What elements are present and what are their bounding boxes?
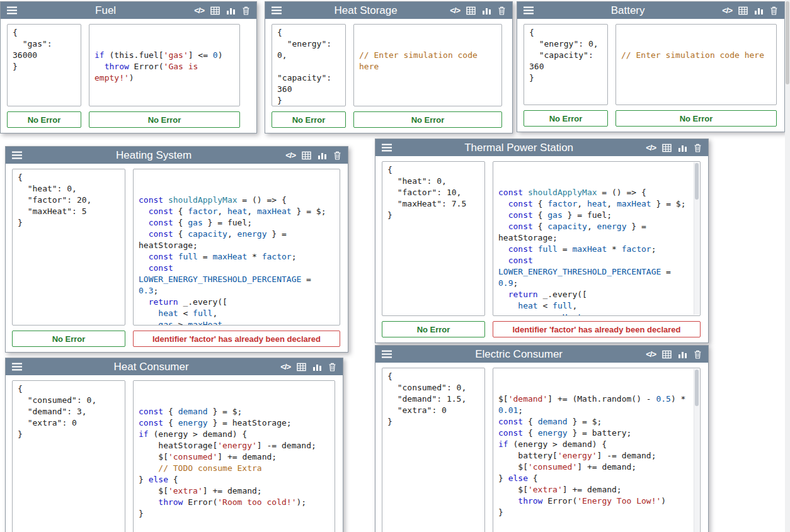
- table-view-icon[interactable]: [738, 6, 748, 15]
- panel-header-actions: </>: [450, 6, 506, 15]
- panel-header-actions: </>: [646, 144, 702, 152]
- menu-icon[interactable]: [382, 350, 392, 358]
- code-editor-scrollbar[interactable]: [694, 369, 699, 532]
- code-content: $['demand'] += (Math.random() - 0.5) * 0…: [498, 393, 692, 518]
- status-no-error: No Error: [353, 111, 502, 128]
- code-view-icon[interactable]: </>: [194, 6, 204, 14]
- trash-icon[interactable]: [333, 151, 341, 160]
- code-editor[interactable]: // Enter simulation code here: [353, 24, 502, 106]
- menu-icon[interactable]: [7, 6, 17, 14]
- trash-icon[interactable]: [242, 6, 250, 15]
- trash-icon[interactable]: [770, 6, 778, 15]
- state-editor[interactable]: { "heat": 0, "factor": 10, "maxHeat": 7.…: [382, 161, 485, 316]
- panel-heat-storage: Heat Storage </>: [265, 1, 513, 133]
- panel-title: Heat Consumer: [27, 361, 275, 372]
- page-scrollbar-thumb[interactable]: [786, 1, 789, 84]
- code-editor-scrollbar-thumb[interactable]: [695, 163, 699, 200]
- menu-icon[interactable]: [12, 151, 22, 159]
- code-editor-scrollbar[interactable]: [694, 162, 699, 315]
- code-content: if (this.fuel['gas'] <= 0) throw Error('…: [94, 50, 234, 84]
- code-content: const shouldApplyMax = () => { const { f…: [139, 195, 335, 325]
- panel-header: Battery </>: [517, 2, 784, 19]
- state-editor[interactable]: { "energy": 0, "capacity": 360 }: [272, 24, 346, 106]
- menu-icon[interactable]: [382, 144, 392, 152]
- panel-body: { "energy": 0, "capacity": 360 } // Ente…: [517, 19, 784, 105]
- panel-header: Heat Storage </>: [265, 2, 512, 19]
- code-view-icon[interactable]: </>: [722, 6, 732, 14]
- code-editor[interactable]: const shouldApplyMax = () => { const { f…: [493, 161, 701, 316]
- panel-title: Fuel: [22, 5, 189, 16]
- state-editor[interactable]: { "consumed": 0, "demand": 3, "extra": 0…: [12, 380, 125, 532]
- menu-icon[interactable]: [12, 363, 22, 371]
- panel-body: { "heat": 0, "factor": 20, "maxHeat": 5 …: [6, 164, 348, 325]
- panel-title: Battery: [539, 5, 717, 16]
- trash-icon[interactable]: [694, 144, 702, 152]
- status-no-error: No Error: [615, 110, 777, 127]
- code-view-icon[interactable]: </>: [646, 144, 656, 152]
- code-view-icon[interactable]: </>: [280, 363, 290, 371]
- panel-header: Fuel </>: [1, 2, 256, 19]
- chart-view-icon[interactable]: [678, 144, 687, 152]
- panel-heat-consumer: Heat Consumer </>: [5, 358, 343, 532]
- status-row: No ErrorNo Error: [1, 106, 256, 133]
- code-editor[interactable]: if (this.fuel['gas'] <= 0) throw Error('…: [89, 24, 240, 106]
- status-row: No ErrorNo Error: [265, 106, 512, 133]
- state-editor[interactable]: { "energy": 0, "capacity": 360 }: [524, 24, 608, 105]
- panel-header: Heating System </>: [6, 147, 348, 164]
- chart-view-icon[interactable]: [318, 151, 327, 160]
- table-view-icon[interactable]: [210, 6, 220, 15]
- panel-header-actions: </>: [285, 151, 341, 160]
- status-error-message: Identifier 'factor' has already been dec…: [493, 321, 701, 337]
- panel-body: { "consumed": 0, "demand": 1.5, "extra":…: [375, 363, 708, 532]
- code-editor[interactable]: // Enter simulation code here: [615, 24, 777, 105]
- chart-view-icon[interactable]: [482, 6, 491, 15]
- table-view-icon[interactable]: [662, 144, 672, 152]
- panel-header-actions: </>: [280, 363, 336, 371]
- status-no-error: No Error: [382, 321, 485, 337]
- state-editor[interactable]: { "heat": 0, "factor": 20, "maxHeat": 5 …: [12, 169, 125, 325]
- menu-icon[interactable]: [272, 6, 282, 14]
- status-no-error: No Error: [89, 111, 240, 128]
- panel-thermal-power-station: Thermal Power Station </>: [375, 139, 709, 343]
- status-row: No ErrorIdentifier 'factor' has already …: [375, 316, 708, 342]
- panel-header-actions: </>: [722, 6, 778, 15]
- panel-title: Heat Storage: [287, 5, 445, 16]
- page-scrollbar[interactable]: [785, 0, 790, 532]
- status-row: No ErrorNo Error: [517, 105, 784, 132]
- table-view-icon[interactable]: [297, 363, 306, 371]
- panel-header: Thermal Power Station </>: [375, 139, 708, 156]
- chart-view-icon[interactable]: [226, 6, 236, 15]
- menu-icon[interactable]: [524, 6, 534, 14]
- panel-fuel: Fuel </>: [0, 1, 257, 133]
- status-error-message: Identifier 'factor' has already been dec…: [133, 331, 340, 347]
- code-editor[interactable]: const shouldApplyMax = () => { const { f…: [133, 169, 340, 325]
- code-view-icon[interactable]: </>: [646, 350, 656, 358]
- state-editor[interactable]: { "consumed": 0, "demand": 1.5, "extra":…: [382, 368, 485, 532]
- chart-view-icon[interactable]: [678, 350, 687, 359]
- panel-header: Electric Consumer </>: [375, 346, 708, 363]
- trash-icon[interactable]: [498, 6, 506, 15]
- chart-view-icon[interactable]: [754, 6, 764, 15]
- panel-title: Electric Consumer: [397, 349, 641, 359]
- panel-heating-system: Heating System </>: [5, 146, 348, 353]
- code-view-icon[interactable]: </>: [285, 151, 295, 159]
- code-content: // Enter simulation code here: [621, 50, 771, 61]
- code-editor[interactable]: $['demand'] += (Math.random() - 0.5) * 0…: [493, 368, 701, 532]
- chart-view-icon[interactable]: [312, 363, 322, 371]
- code-view-icon[interactable]: </>: [450, 6, 460, 14]
- panel-title: Heating System: [27, 150, 280, 161]
- code-editor-scrollbar-thumb[interactable]: [695, 370, 699, 406]
- panel-header: Heat Consumer </>: [6, 358, 343, 375]
- trash-icon[interactable]: [694, 350, 702, 359]
- table-view-icon[interactable]: [662, 350, 672, 359]
- trash-icon[interactable]: [328, 363, 336, 371]
- status-no-error: No Error: [12, 331, 125, 347]
- code-editor[interactable]: const { demand } = $; const { energy } =…: [133, 380, 335, 532]
- table-view-icon[interactable]: [466, 6, 476, 15]
- panel-electric-consumer: Electric Consumer </>: [375, 345, 709, 532]
- panel-body: { "energy": 0, "capacity": 360 } // Ente…: [265, 19, 512, 106]
- panel-header-actions: </>: [646, 350, 702, 359]
- state-editor[interactable]: { "gas": 36000 }: [7, 24, 81, 106]
- panel-header-actions: </>: [194, 6, 250, 15]
- table-view-icon[interactable]: [302, 151, 311, 160]
